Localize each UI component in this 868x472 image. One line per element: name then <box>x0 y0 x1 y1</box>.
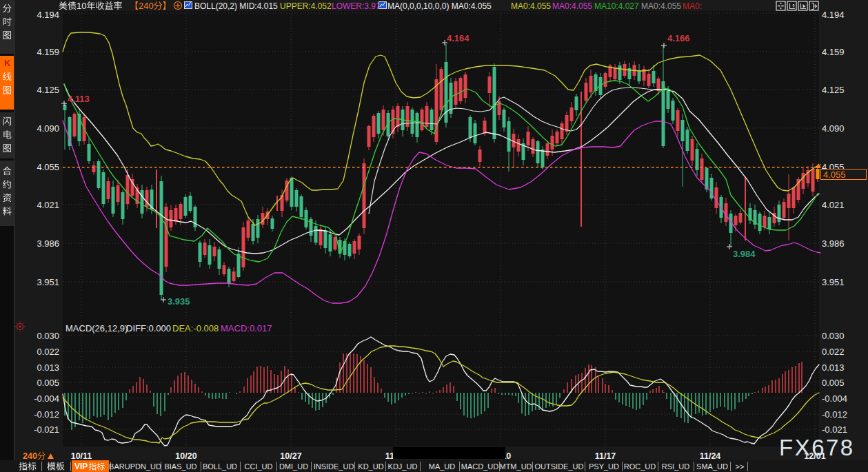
svg-text:10: 10 <box>77 1 86 11</box>
svg-text:11/17: 11/17 <box>595 451 616 461</box>
svg-text:10/11: 10/11 <box>71 451 92 461</box>
svg-text:4.159: 4.159 <box>37 47 59 57</box>
svg-text:>>: >> <box>736 462 745 471</box>
svg-text:4.113: 4.113 <box>68 94 90 104</box>
svg-text:3.951: 3.951 <box>822 277 845 287</box>
svg-text:LOWER:3.978: LOWER:3.978 <box>332 1 385 11</box>
svg-text:4.090: 4.090 <box>37 123 59 134</box>
svg-text:10/20: 10/20 <box>175 451 196 461</box>
svg-text:RSI_UD: RSI_UD <box>662 462 689 471</box>
svg-text:3.935: 3.935 <box>168 296 190 307</box>
svg-text:MA(0,0,0,10,0,0) MA0:4.055: MA(0,0,0,10,0,0) MA0:4.055 <box>387 1 492 11</box>
svg-text:4.125: 4.125 <box>822 85 845 95</box>
svg-text:-0.021: -0.021 <box>34 424 59 435</box>
svg-text:DMI_UD: DMI_UD <box>279 462 308 471</box>
svg-text:BIAS_UD: BIAS_UD <box>164 462 196 471</box>
svg-text:3.984: 3.984 <box>733 249 756 259</box>
svg-text:PSY_UD: PSY_UD <box>589 462 619 471</box>
svg-text:MA0:: MA0: <box>683 1 702 11</box>
svg-text:KD_UD: KD_UD <box>358 462 383 471</box>
svg-text:4.090: 4.090 <box>822 123 845 134</box>
svg-text:0.022: 0.022 <box>822 347 845 357</box>
svg-text:MA_UD: MA_UD <box>429 462 456 471</box>
svg-text:-0.004: -0.004 <box>34 393 59 404</box>
svg-text:MA0:4.055: MA0:4.055 <box>552 1 592 11</box>
svg-text:0.013: 0.013 <box>37 362 59 373</box>
svg-text:-0.004: -0.004 <box>822 393 847 404</box>
svg-text:INSIDE_UD: INSIDE_UD <box>314 462 354 471</box>
svg-text:4.125: 4.125 <box>37 85 59 95</box>
svg-text:MACD:0.017: MACD:0.017 <box>221 323 272 334</box>
svg-text:10/27: 10/27 <box>280 451 301 461</box>
svg-text:MA0:4.055: MA0:4.055 <box>641 1 681 11</box>
svg-text:VIP: VIP <box>74 462 88 471</box>
svg-text:OUTSIDE_UD: OUTSIDE_UD <box>535 462 584 471</box>
svg-text:4.194: 4.194 <box>37 10 59 20</box>
svg-text:DEA:-0.008: DEA:-0.008 <box>172 323 219 334</box>
svg-text:BOLL_UD: BOLL_UD <box>203 462 237 471</box>
svg-text:4.021: 4.021 <box>37 200 59 210</box>
svg-text:4.194: 4.194 <box>822 10 845 20</box>
svg-text:K: K <box>4 58 11 68</box>
svg-text:240: 240 <box>139 1 154 11</box>
svg-text:4.164: 4.164 <box>447 33 470 43</box>
svg-text:MACD(26,12,9): MACD(26,12,9) <box>65 323 128 334</box>
svg-text:3.986: 3.986 <box>37 238 59 249</box>
svg-text:4.055: 4.055 <box>37 162 59 172</box>
svg-text:0.030: 0.030 <box>37 331 59 341</box>
svg-text:ROC_UD: ROC_UD <box>624 462 656 471</box>
svg-text:DIFF:0.000: DIFF:0.000 <box>126 323 171 334</box>
svg-text:3.951: 3.951 <box>37 277 59 287</box>
svg-text:BARUPDN_UD: BARUPDN_UD <box>109 462 161 471</box>
svg-text:SMA_UD: SMA_UD <box>696 462 728 471</box>
svg-text:4.166: 4.166 <box>667 33 690 43</box>
svg-text:4.021: 4.021 <box>822 200 845 210</box>
svg-text:MTM_UD: MTM_UD <box>499 462 532 471</box>
svg-text:4.159: 4.159 <box>822 47 845 57</box>
svg-text:0.005: 0.005 <box>822 378 845 388</box>
svg-text:CCI_UD: CCI_UD <box>245 462 273 471</box>
svg-text:BOLL(20,2) MID:4.015: BOLL(20,2) MID:4.015 <box>194 1 278 11</box>
svg-text:MA10:4.027: MA10:4.027 <box>594 1 639 11</box>
svg-text:-0.012: -0.012 <box>822 409 847 420</box>
svg-text:0.005: 0.005 <box>37 378 59 388</box>
svg-text:KDJ_UD: KDJ_UD <box>388 462 418 471</box>
svg-text:240: 240 <box>23 451 37 461</box>
svg-text:-0.012: -0.012 <box>34 409 59 420</box>
svg-text:3.986: 3.986 <box>822 238 845 249</box>
svg-text:0.030: 0.030 <box>822 331 845 341</box>
svg-text:UPPER:4.052: UPPER:4.052 <box>280 1 332 11</box>
svg-text:0.022: 0.022 <box>37 347 59 357</box>
svg-text:MACD_UD: MACD_UD <box>461 462 498 471</box>
svg-text:11/24: 11/24 <box>700 451 721 461</box>
svg-text:FX678: FX678 <box>779 435 855 460</box>
svg-text:4.055: 4.055 <box>823 170 846 180</box>
svg-text:-0.021: -0.021 <box>822 424 847 435</box>
svg-text:MA0:4.055: MA0:4.055 <box>511 1 551 11</box>
svg-text:0.013: 0.013 <box>822 362 845 373</box>
